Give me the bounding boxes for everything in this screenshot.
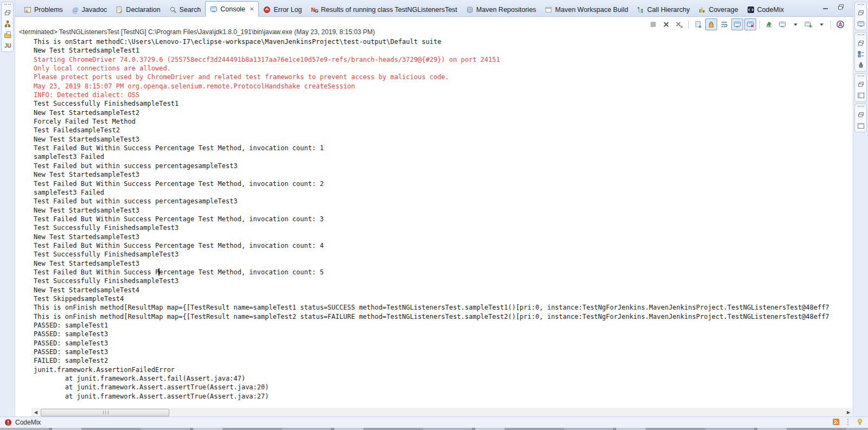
console-line: Test Failed but within success percentag… <box>34 162 853 170</box>
close-icon[interactable]: ✕ <box>250 6 254 12</box>
toolbar-separator <box>688 21 689 29</box>
drag-handle[interactable] <box>858 4 864 6</box>
console-line: Please protect ports used by ChromeDrive… <box>34 73 853 81</box>
console-line: Test Failed But Within Success Percentag… <box>34 268 853 277</box>
console-line: Test Successfully FinishedsampleTest3 <box>34 277 853 285</box>
word-wrap-icon[interactable] <box>718 18 730 30</box>
minimize-button[interactable] <box>821 3 830 11</box>
scroll-right-arrow[interactable]: ▶ <box>844 408 853 416</box>
debug-bug-icon[interactable] <box>857 61 865 69</box>
tab-javadoc[interactable]: @Javadoc <box>67 3 112 16</box>
restore-icon[interactable] <box>857 9 865 17</box>
drag-handle[interactable] <box>4 4 11 6</box>
console-line: Test Successfully FinishedsampleTest3 <box>34 223 853 232</box>
terminate-icon[interactable] <box>647 18 659 30</box>
console-line: New Test StartedsampleTest3 <box>34 233 853 241</box>
tab-search[interactable]: Search <box>165 3 206 16</box>
console-line: PASSED: sampleTest3 <box>34 339 853 348</box>
hierarchy-icon[interactable] <box>4 20 11 28</box>
tab-error-log[interactable]: Error Log <box>259 3 306 16</box>
drag-handle[interactable] <box>858 106 864 108</box>
console-line: New Test StartedsampleTest3 <box>34 259 853 268</box>
tab-label: Declaration <box>126 6 160 14</box>
scroll-left-arrow[interactable]: ◀ <box>31 408 40 416</box>
maven-workspace-icon <box>545 6 552 14</box>
tab-label: Coverage <box>709 6 738 14</box>
tab-label: Maven Workspace Build <box>555 6 628 14</box>
testng-icon: NG <box>311 6 318 14</box>
tab-console[interactable]: Console✕ <box>205 1 259 17</box>
console-line: sampleTest3 Failed <box>34 188 853 197</box>
console-line: at junit.framework.Assert.assertTrue(Ass… <box>34 392 853 401</box>
console-line: Test FailedsampleTest2 <box>34 126 853 134</box>
console-line: This is onFinish method[ResultMap map={[… <box>34 303 853 312</box>
open-console-icon[interactable] <box>802 18 814 30</box>
tab-label: Problems <box>34 6 63 14</box>
console-line: Test Failed but within success percentag… <box>34 197 853 206</box>
svg-text:U: U <box>7 43 11 49</box>
drag-handle[interactable] <box>858 75 864 78</box>
clear-console-icon[interactable] <box>692 18 704 30</box>
console-line: Test SkippedsampleTest4 <box>34 294 853 303</box>
restore-icon[interactable] <box>857 81 865 88</box>
console-line: New Test StartedsampleTest3 <box>34 170 853 179</box>
tab-label: Search <box>180 6 201 14</box>
tab-results-of-running-class-testnglistenerstest[interactable]: NGResults of running class TestNGListene… <box>307 3 462 16</box>
overflow-dots-icon[interactable] <box>844 418 852 426</box>
console-line: at junit.framework.Assert.fail(Assert.ja… <box>34 374 853 383</box>
rss-icon[interactable] <box>832 418 840 426</box>
codemix-error-icon[interactable] <box>4 419 12 426</box>
tab-problems[interactable]: Problems <box>20 3 67 16</box>
testng-grid-icon[interactable] <box>857 50 865 58</box>
layout-top-icon[interactable] <box>857 122 865 130</box>
ansi-console-icon[interactable]: A <box>834 18 846 30</box>
tab-label: Call Hierarchy <box>647 6 690 14</box>
dropdown-caret-icon[interactable] <box>789 18 801 30</box>
restore-icon[interactable] <box>857 111 865 119</box>
display-console-icon[interactable] <box>776 18 788 30</box>
console-icon[interactable] <box>857 20 865 28</box>
search-icon <box>169 6 177 14</box>
tab-codemix[interactable]: CodeMix <box>743 3 788 16</box>
call-hierarchy-icon <box>637 6 644 14</box>
tab-maven-workspace-build[interactable]: Maven Workspace Build <box>540 3 633 16</box>
restore-button[interactable] <box>837 3 845 11</box>
svg-text:@: @ <box>72 6 78 14</box>
console-output[interactable]: This is onStart methodC:\Users\Lenovo-I7… <box>30 36 853 407</box>
minimized-view-stack <box>854 73 867 102</box>
error-log-icon <box>263 6 271 14</box>
tab-call-hierarchy[interactable]: Call Hierarchy <box>633 3 694 16</box>
show-stdout-icon[interactable] <box>731 18 743 30</box>
drag-handle[interactable] <box>858 34 864 36</box>
console-line: sampleTest3 Failed <box>34 152 853 161</box>
restore-icon[interactable] <box>857 40 865 47</box>
layout-left-icon[interactable] <box>857 92 865 99</box>
horizontal-scrollbar-thumb[interactable] <box>41 409 169 416</box>
declaration-icon <box>116 6 123 14</box>
junit-icon[interactable]: JU <box>4 42 11 49</box>
console-line: PASSED: sampleTest3 <box>34 330 853 338</box>
maven-repo-icon <box>466 6 474 14</box>
scroll-lock-icon[interactable] <box>705 18 717 30</box>
right-minimized-view-rail <box>853 0 868 416</box>
toolbar-separator <box>831 21 831 29</box>
problems-icon <box>24 6 31 14</box>
console-line: Test Failed But Within Success Percentag… <box>34 215 853 223</box>
console-line: This is onStart methodC:\Users\Lenovo-I7… <box>34 37 853 46</box>
tab-label: Maven Repositories <box>476 6 536 14</box>
remove-launch-icon[interactable] <box>660 18 672 30</box>
copy-folder-icon[interactable] <box>4 31 11 38</box>
console-line: Test Failed But Within Success Percentag… <box>34 179 853 188</box>
tab-coverage[interactable]: Coverage <box>694 3 742 16</box>
console-line: at junit.framework.Assert.assertTrue(Ass… <box>34 383 853 392</box>
lightbulb-icon[interactable] <box>856 418 864 426</box>
horizontal-scrollbar[interactable]: ◀ ▶ <box>31 408 853 416</box>
tab-declaration[interactable]: Declaration <box>111 3 164 16</box>
restore-icon[interactable] <box>4 9 11 17</box>
tab-maven-repositories[interactable]: Maven Repositories <box>462 3 540 16</box>
pin-console-icon[interactable] <box>763 18 775 30</box>
remove-all-launches-icon[interactable] <box>673 18 685 30</box>
dropdown-caret-icon[interactable] <box>815 18 827 30</box>
show-stderr-icon[interactable] <box>744 18 756 30</box>
left-minimized-view-rail: JU <box>0 0 15 416</box>
